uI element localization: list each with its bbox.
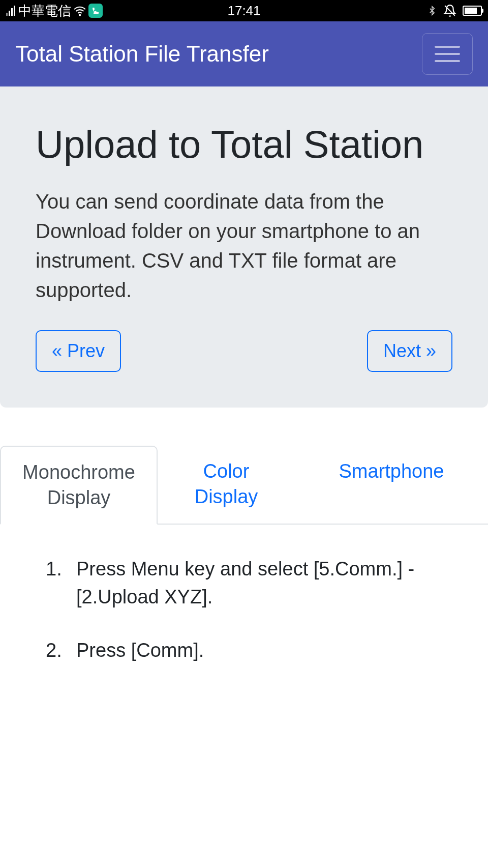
phone-badge-icon [88, 4, 103, 18]
tabs: Monochrome Display Color Display Smartph… [0, 446, 488, 525]
instructions: Press Menu key and select [5.Comm.] - [2… [0, 525, 488, 664]
page-description: You can send coordinate data from the Do… [36, 187, 452, 305]
bluetooth-icon [427, 4, 437, 17]
status-left: 中華電信 [6, 2, 103, 20]
navbar-title: Total Station File Transfer [15, 41, 269, 67]
navbar: Total Station File Transfer [0, 21, 488, 86]
hero-panel: Upload to Total Station You can send coo… [0, 86, 488, 408]
status-bar: 中華電信 17:41 [0, 0, 488, 21]
next-button[interactable]: Next » [367, 330, 452, 372]
tab-color-display[interactable]: Color Display [158, 446, 295, 524]
svg-point-0 [79, 15, 80, 16]
clock-label: 17:41 [227, 3, 260, 19]
instruction-step: Press [Comm]. [46, 636, 442, 664]
battery-icon [463, 6, 482, 16]
page-title: Upload to Total Station [36, 122, 452, 166]
instruction-step: Press Menu key and select [5.Comm.] - [2… [46, 555, 442, 611]
prev-button[interactable]: « Prev [36, 330, 121, 372]
tab-smartphone[interactable]: Smartphone [295, 446, 488, 524]
tab-monochrome-display[interactable]: Monochrome Display [0, 446, 158, 525]
notification-muted-icon [443, 4, 456, 17]
nav-button-row: « Prev Next » [36, 330, 452, 372]
signal-icon [6, 6, 15, 16]
wifi-icon [73, 4, 86, 18]
carrier-label: 中華電信 [18, 2, 71, 20]
status-right [427, 4, 482, 17]
menu-button[interactable] [422, 33, 473, 75]
